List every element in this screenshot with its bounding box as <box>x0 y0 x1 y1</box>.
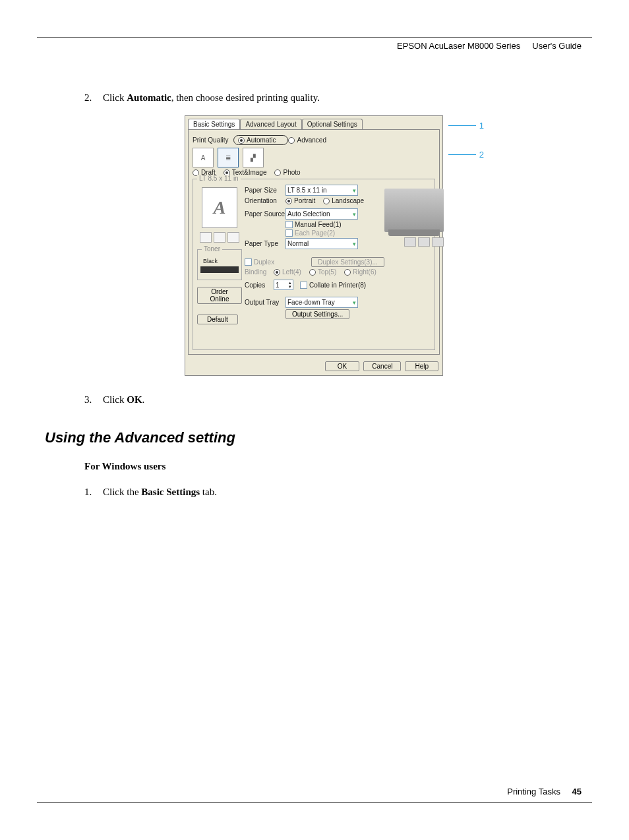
duplex-label: Duplex <box>254 258 274 266</box>
paper-type-value: Normal <box>287 240 309 247</box>
output-settings-button[interactable]: Output Settings... <box>285 309 349 319</box>
callout-1: 1 <box>479 121 484 131</box>
bind-top-label: Top(5) <box>318 268 336 276</box>
step-2: 2. Click Automatic, then choose desired … <box>84 92 582 104</box>
paper-size-value: LT 8.5 x 11 in <box>287 187 327 194</box>
tab-page-basic: Print Quality Automatic Advanced A ≣ ▞ D… <box>188 129 440 355</box>
paper-size-select[interactable]: LT 8.5 x 11 in▾ <box>285 185 358 196</box>
footer-section: Printing Tasks <box>507 787 560 796</box>
paper-source-select[interactable]: Auto Selection▾ <box>285 208 358 220</box>
help-button[interactable]: Help <box>405 361 438 371</box>
section-heading: Using the Advanced setting <box>45 429 582 446</box>
paper-groupbox: LT 8.5 x 11 in A Toner Black Order <box>193 179 435 350</box>
checkbox-collate[interactable] <box>300 282 307 289</box>
checkbox-duplex <box>245 258 252 266</box>
right-preview-col <box>384 183 444 324</box>
step-2-text: Click Automatic, then choose desired pri… <box>103 92 582 104</box>
step-2-pre: Click <box>103 92 127 103</box>
toner-label: Toner <box>202 245 222 253</box>
step-1b: 1. Click the Basic Settings tab. <box>84 487 582 498</box>
step-1b-bold: Basic Settings <box>141 487 200 497</box>
step-2-number: 2. <box>84 92 103 104</box>
tab-strip: Basic Settings Advanced Layout Optional … <box>185 116 442 129</box>
chevron-down-icon: ▾ <box>353 241 356 247</box>
default-button[interactable]: Default <box>197 315 238 324</box>
doc-title: User's Guide <box>532 41 582 51</box>
radio-bind-top: Top(5) <box>309 268 336 276</box>
toner-black-label: Black <box>203 258 239 264</box>
chevron-down-icon: ▾ <box>353 211 356 218</box>
bind-left-label: Left(4) <box>282 268 301 276</box>
radio-photo-label: Photo <box>283 169 300 176</box>
output-tray-value: Face-down Tray <box>287 299 335 306</box>
radio-advanced-label: Advanced <box>297 136 326 144</box>
preview-icon-1[interactable] <box>404 237 416 247</box>
print-quality-row: Print Quality Automatic Advanced <box>193 135 435 145</box>
toner-groupbox: Toner Black <box>197 249 242 280</box>
step-3-text: Click OK. <box>103 394 582 405</box>
step-1b-text: Click the Basic Settings tab. <box>103 487 582 498</box>
radio-landscape-label: Landscape <box>332 197 364 204</box>
radio-bind-left: Left(4) <box>274 268 301 276</box>
paper-source-label: Paper Source <box>245 210 285 218</box>
product-name: EPSON AcuLaser M8000 Series <box>397 41 520 51</box>
quality-icons-row: A ≣ ▞ <box>193 148 435 167</box>
duplex-settings-button: Duplex Settings(3)... <box>311 257 384 267</box>
radio-automatic[interactable]: Automatic <box>238 136 276 144</box>
radio-advanced[interactable]: Advanced <box>288 136 326 144</box>
paper-size-label: Paper Size <box>245 187 285 194</box>
quality-photo-icon[interactable]: ▞ <box>243 148 264 167</box>
callout-1-label: 1 <box>479 121 484 131</box>
step-1b-post: tab. <box>200 487 217 497</box>
radio-photo[interactable]: Photo <box>274 169 300 176</box>
quality-textimage-icon[interactable]: ≣ <box>218 148 239 167</box>
tab-basic-settings[interactable]: Basic Settings <box>188 119 240 129</box>
preview-icon-3[interactable] <box>432 237 444 247</box>
dialog-footer: OK Cancel Help <box>185 357 442 375</box>
ok-button[interactable]: OK <box>325 361 359 371</box>
radio-portrait-label: Portrait <box>294 197 315 204</box>
preview-mode-icons <box>384 237 444 247</box>
left-preview-col: A Toner Black Order Online D <box>197 183 242 324</box>
step-3-pre: Click <box>103 394 127 405</box>
step-3-bold: OK <box>127 394 142 405</box>
checkbox-manual-feed[interactable] <box>285 221 293 228</box>
tab-advanced-layout[interactable]: Advanced Layout <box>240 119 301 129</box>
each-page-label: Each Page(2) <box>295 229 335 237</box>
toner-level-bar <box>200 266 239 273</box>
callout-2-label: 2 <box>479 150 484 160</box>
copies-spinner[interactable]: 1▴▾ <box>274 280 293 290</box>
step-2-post: , then choose desired printing quality. <box>171 92 320 103</box>
layout-iconstrip <box>197 232 242 243</box>
step-2-bold: Automatic <box>127 92 171 103</box>
printer-properties-dialog: Basic Settings Advanced Layout Optional … <box>185 115 443 376</box>
quality-draft-icon[interactable]: A <box>193 148 214 167</box>
orientation-label: Orientation <box>245 197 285 204</box>
output-tray-select[interactable]: Face-down Tray▾ <box>285 297 358 308</box>
print-quality-label: Print Quality <box>193 136 233 144</box>
radio-portrait[interactable]: Portrait <box>285 197 315 204</box>
tab-optional-settings[interactable]: Optional Settings <box>302 119 363 129</box>
paper-type-select[interactable]: Normal▾ <box>285 238 358 249</box>
printer-preview-image <box>384 189 444 232</box>
cancel-button[interactable]: Cancel <box>363 361 401 371</box>
order-online-button[interactable]: Order Online <box>197 287 242 304</box>
preview-icon-2[interactable] <box>418 237 430 247</box>
paper-preview: A <box>202 187 237 228</box>
page-footer: Printing Tasks 45 <box>507 787 582 796</box>
radio-automatic-label: Automatic <box>247 136 276 144</box>
page-content: 2. Click Automatic, then choose desired … <box>84 92 582 510</box>
radio-landscape[interactable]: Landscape <box>323 197 364 204</box>
paper-source-value: Auto Selection <box>287 210 330 218</box>
copies-label: Copies <box>245 282 274 289</box>
subsection-heading: For Windows users <box>84 461 582 472</box>
chevron-down-icon: ▾ <box>353 187 356 194</box>
running-header: EPSON AcuLaser M8000 Series User's Guide <box>397 41 582 51</box>
manual-feed-label: Manual Feed(1) <box>295 221 342 228</box>
callout-2: 2 <box>479 150 484 160</box>
paper-size-display: LT 8.5 x 11 in <box>197 175 241 182</box>
collate-label: Collate in Printer(8) <box>309 282 366 289</box>
radio-bind-right: Right(6) <box>344 268 376 276</box>
step-3: 3. Click OK. <box>84 394 582 405</box>
step-1b-pre: Click the <box>103 487 141 497</box>
